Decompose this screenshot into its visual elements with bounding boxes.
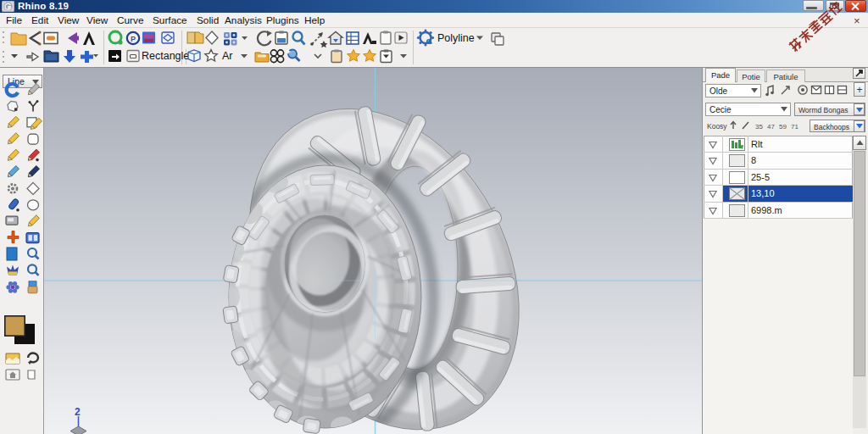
svg-text:59: 59: [779, 123, 787, 131]
svg-text:71: 71: [791, 123, 798, 131]
svg-text:47: 47: [767, 123, 775, 131]
svg-text:Koosy: Koosy: [707, 122, 727, 131]
svg-text:35: 35: [755, 123, 763, 131]
svg-text:P: P: [131, 35, 136, 43]
svg-text:2: 2: [75, 406, 81, 418]
svg-text:Ar: Ar: [222, 50, 233, 62]
svg-text:Rectangle: Rectangle: [142, 50, 189, 62]
svg-text:Polyline: Polyline: [437, 32, 475, 44]
